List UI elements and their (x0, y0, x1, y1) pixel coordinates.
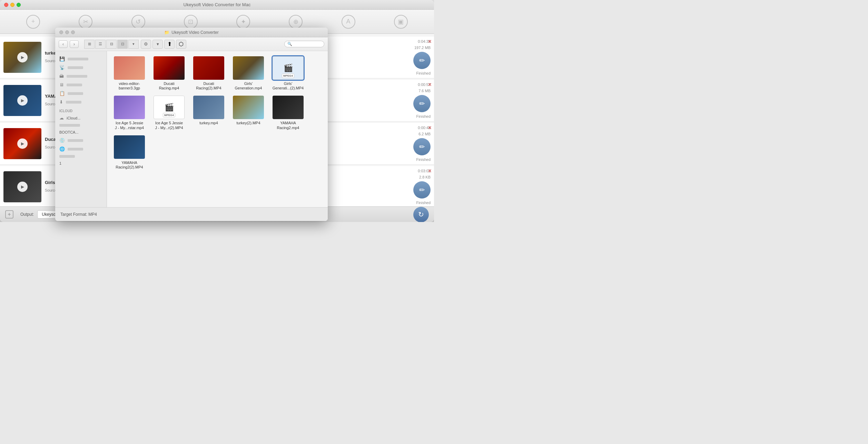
file-close-button[interactable]: ✕ (428, 82, 432, 87)
sidebar-item-icloud[interactable]: ☁ iCloud... (55, 114, 107, 122)
grid-item[interactable]: 🎬 MPEG4 Ice Age 5 JessieJ - My...r(2).MP… (152, 96, 186, 130)
sidebar-label-blurred (68, 58, 88, 60)
output-label: Output: (20, 212, 34, 217)
dialog-traffic-lights (59, 30, 75, 34)
file-status-area: 0:00:57 7.6 MB ✏ Finished (382, 83, 431, 118)
share-button[interactable]: ⬆ (164, 40, 175, 49)
file-thumbnail: ▶ (3, 85, 41, 116)
sidebar-label-blurred (68, 92, 83, 95)
finished-label: Finished (416, 114, 431, 118)
sidebar-item-airdrop[interactable]: 📡 (55, 63, 107, 72)
file-dialog[interactable]: 📁 Ukeysoft Video Converter ‹ › ⊞ ☰ ⊟ ⊡ ▾… (55, 28, 328, 221)
grid-item[interactable]: turkey.mp4 (191, 96, 226, 130)
toolbar-crop[interactable]: ⊡ (184, 15, 198, 29)
dialog-title-bar: 📁 Ukeysoft Video Converter (55, 28, 328, 37)
play-button[interactable]: ▶ (17, 138, 28, 149)
grid-item[interactable]: YAMAHARacing2(2).MP4 (112, 135, 147, 170)
sidebar-item-one[interactable]: 1 (55, 160, 107, 167)
icloud-icon: ☁ (59, 115, 64, 120)
grid-item-selected[interactable]: 🎬 MPEG4 Girls'Generati...(2).MP4 (271, 56, 305, 90)
mpeg4-badge: MPEG4 (163, 113, 175, 117)
sidebar-label-blurred (59, 124, 80, 127)
file-close-button[interactable]: ✕ (428, 125, 432, 131)
back-button[interactable]: ‹ (59, 40, 68, 48)
search-input[interactable] (294, 42, 321, 46)
column-view-btn[interactable]: ⊟ (106, 40, 117, 49)
network-icon: 🌐 (59, 146, 65, 152)
grid-item[interactable]: YAMAHARacing2.mp4 (271, 96, 305, 130)
finished-button[interactable]: ✏ (413, 181, 431, 199)
sidebar-item-extra (55, 153, 107, 160)
grid-thumbnail (154, 56, 185, 80)
grid-item[interactable]: DucatiRacing.mp4 (152, 56, 186, 90)
grid-item[interactable]: turkey(2).MP4 (231, 96, 266, 130)
sidebar-label-blurred (59, 155, 75, 158)
search-icon: 🔍 (287, 42, 292, 46)
grid-item-label: DucatiRacing(2).MP4 (196, 81, 221, 90)
maximize-button[interactable] (17, 3, 21, 7)
grid-item-label: YAMAHARacing2.mp4 (277, 121, 299, 130)
sidebar-item-cd[interactable]: 💿 (55, 136, 107, 145)
finished-button[interactable]: ✏ (413, 52, 431, 69)
sidebar-item-disk[interactable]: 💾 (55, 55, 107, 63)
sidebar-label-blurred (68, 139, 83, 142)
grid-item-label: video-editor-banner3.3gp (119, 81, 140, 90)
mpeg4-logo-icon: 🎬 (165, 103, 174, 112)
file-close-button[interactable]: ✕ (428, 39, 432, 44)
downloads-icon: ⬇ (59, 99, 63, 105)
finished-label: Finished (416, 201, 431, 205)
close-button[interactable] (4, 3, 8, 7)
toolbar-effect[interactable]: ✦ (236, 15, 250, 29)
sidebar-label-blurred (66, 101, 81, 104)
tag-button[interactable]: ⬡ (176, 40, 186, 49)
sidebar-item-apps[interactable]: 🏔 (55, 72, 107, 80)
grid-item-label: turkey.mp4 (199, 121, 218, 125)
forward-button[interactable]: › (70, 40, 79, 48)
add-icon: + (26, 15, 40, 29)
finished-button[interactable]: ✏ (413, 95, 431, 112)
grid-view-btn[interactable]: ⊞ (84, 40, 95, 49)
toolbar-settings[interactable]: ⊕ (289, 15, 303, 29)
minimize-button[interactable] (10, 3, 14, 7)
dropdown-view-btn[interactable]: ▾ (128, 40, 139, 49)
toolbar-add[interactable]: + (26, 15, 40, 29)
grid-item[interactable]: DucatiRacing(2).MP4 (191, 56, 226, 90)
search-box: 🔍 (284, 41, 324, 47)
sidebar-item-downloads[interactable]: ⬇ (55, 98, 107, 106)
file-thumbnail: ▶ (3, 42, 41, 73)
play-button[interactable]: ▶ (17, 95, 28, 106)
play-button[interactable]: ▶ (17, 52, 28, 62)
play-button[interactable]: ▶ (17, 182, 28, 192)
sidebar-item-network[interactable]: 🌐 (55, 145, 107, 153)
grid-item-label: YAMAHARacing2(2).MP4 (116, 161, 143, 170)
toolbar-text[interactable]: A (342, 15, 355, 29)
dialog-close[interactable] (59, 30, 63, 34)
mpeg4-badge: MPEG4 (282, 74, 294, 78)
sidebar-item-desktop[interactable]: 🖥 (55, 80, 107, 89)
sidebar-item-bootcamp[interactable]: BOOTCA... (55, 128, 107, 136)
dialog-min[interactable] (65, 30, 69, 34)
toolbar-convert[interactable]: ↺ (131, 15, 145, 29)
sidebar-item-docs[interactable]: 📋 (55, 89, 107, 98)
grid-thumbnail (114, 135, 145, 159)
grid-thumbnail (114, 56, 145, 80)
finished-label: Finished (416, 157, 431, 162)
start-convert-button[interactable]: ↻ (413, 207, 429, 222)
cover-flow-btn[interactable]: ⊡ (117, 40, 128, 49)
gear-action-btn[interactable]: ⚙ (141, 40, 151, 49)
gear-dropdown-btn[interactable]: ▾ (152, 40, 163, 49)
toolbar-snapshot[interactable]: ▣ (394, 15, 408, 29)
add-file-button[interactable]: + (5, 210, 13, 219)
file-close-button[interactable]: ✕ (428, 168, 432, 174)
grid-thumbnail (193, 96, 224, 119)
toolbar-edit[interactable]: ✂ (79, 15, 92, 29)
list-view-btn[interactable]: ☰ (95, 40, 106, 49)
app-title: Ukeysoft Video Converter for Mac (184, 2, 251, 7)
grid-item[interactable]: Girls'Generation.mp4 (231, 56, 266, 90)
grid-item[interactable]: Ice Age 5 JessieJ - My...rstar.mp4 (112, 96, 147, 130)
dialog-max[interactable] (71, 30, 75, 34)
finished-button[interactable]: ✏ (413, 138, 431, 155)
grid-item-label: DucatiRacing.mp4 (159, 81, 179, 90)
grid-thumbnail (273, 96, 304, 119)
grid-item[interactable]: video-editor-banner3.3gp (112, 56, 147, 90)
